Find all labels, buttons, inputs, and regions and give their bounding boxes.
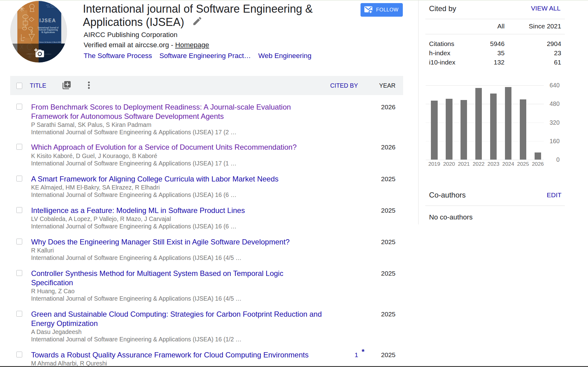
svg-text:0976 - 2221 ( 0-6: 0976 - 2221 ( 0-6 — [47, 6, 58, 8]
svg-text:Software Engineering: Software Engineering — [39, 29, 58, 31]
svg-text:2237 - 0917 - 9625: 2237 - 0917 - 9625 — [46, 4, 57, 6]
svg-text:IJSEA: IJSEA — [39, 18, 56, 23]
svg-text:Volume 14, Number 2, March 202: Volume 14, Number 2, March 2025 — [39, 41, 61, 43]
svg-text:& Applications: & Applications — [41, 31, 55, 34]
svg-text:International Journal of: International Journal of — [38, 27, 59, 29]
